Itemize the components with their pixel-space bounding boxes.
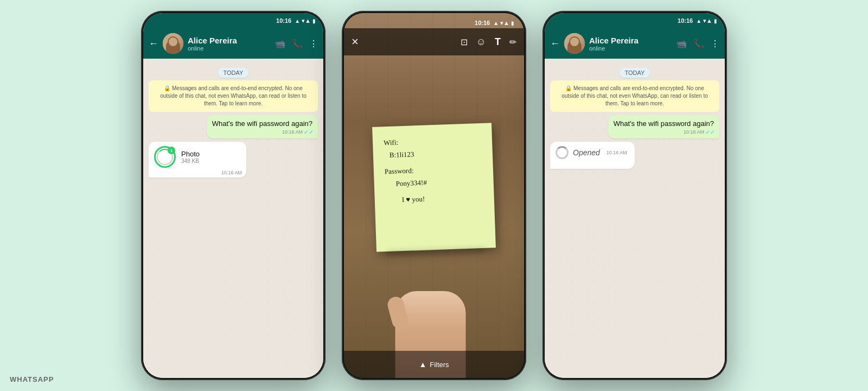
photo-message-1: 1 Photo 348 KB 10:16 AM: [149, 142, 318, 178]
signal-icon-3: ▲: [696, 18, 701, 24]
wifi-icon-2: ▾▲: [500, 20, 509, 27]
menu-icon-1[interactable]: ⋮: [309, 39, 318, 49]
contact-info-1: Alice Pereira online: [188, 36, 270, 52]
opened-message-3: Opened 10:16 AM: [550, 142, 719, 169]
video-call-icon-3[interactable]: 📹: [676, 39, 687, 49]
viewer-footer: ▲ Filters: [344, 351, 524, 378]
message-time-1: 10:16 AM ✓✓: [282, 128, 314, 136]
voice-call-icon-3[interactable]: 📞: [693, 39, 704, 49]
date-badge-3: TODAY: [550, 67, 719, 77]
date-badge-1: TODAY: [149, 67, 318, 77]
chat-body-3: TODAY 🔒 Messages and calls are end-to-en…: [545, 59, 725, 378]
close-icon[interactable]: ×: [352, 35, 359, 49]
message-bubble-1: What's the wifi password again? 10:16 AM…: [207, 115, 318, 138]
sticky-line-7: I ♥ you!: [385, 190, 486, 206]
signal-icon-1: ▲: [295, 18, 300, 24]
status-bar-3: 10:16 ▲ ▾▲ ▮: [545, 13, 725, 28]
chat-header-1: ← Alice Pereira online 📹 📞 ⋮: [143, 28, 323, 59]
read-receipt-1: ✓✓: [304, 128, 314, 136]
photo-size-1: 348 KB: [181, 158, 200, 164]
encryption-notice-1[interactable]: 🔒 Messages and calls are end-to-end encr…: [149, 80, 318, 112]
one-badge-1: 1: [168, 147, 175, 154]
status-time-1: 10:16: [276, 17, 291, 24]
opened-label-3: Opened: [573, 148, 600, 157]
contact-status-1: online: [188, 45, 270, 52]
opened-time-3: 10:16 AM: [607, 150, 627, 155]
photo-label-1: Photo: [181, 150, 200, 158]
back-button-3[interactable]: ←: [550, 38, 560, 49]
voice-call-icon-1[interactable]: 📞: [292, 39, 303, 49]
contact-name-3: Alice Pereira: [589, 36, 672, 45]
chat-body-1: TODAY 🔒 Messages and calls are end-to-en…: [143, 59, 323, 378]
chevron-up-icon[interactable]: ▲: [419, 360, 426, 369]
filters-label[interactable]: Filters: [430, 361, 449, 369]
read-receipt-3: ✓✓: [705, 128, 715, 136]
text-tool-icon[interactable]: T: [495, 36, 501, 48]
phone-1: 10:16 ▲ ▾▲ ▮ ← Alic: [141, 11, 326, 380]
emoji-picker-icon[interactable]: ☺: [476, 36, 486, 48]
video-call-icon-1[interactable]: 📹: [275, 39, 285, 49]
photo-time-1: 10:16 AM: [221, 170, 242, 175]
phone-2: 10:16 ▲ ▾▲ ▮ × ⊡ ☺ T: [342, 11, 526, 380]
header-actions-3: 📹 📞 ⋮: [676, 39, 719, 49]
menu-icon-3[interactable]: ⋮: [711, 39, 719, 49]
watermark-text: WHATSAPP: [10, 375, 54, 383]
status-time-2: 10:16: [475, 20, 490, 26]
contact-status-3: online: [589, 45, 672, 52]
photo-info-1: Photo 348 KB: [181, 150, 200, 164]
status-bar-2: 10:16 ▲ ▾▲ ▮: [346, 15, 522, 30]
outgoing-message-3: What's the wifi password again? 10:16 AM…: [550, 115, 719, 138]
message-time-3: 10:16 AM ✓✓: [684, 128, 715, 136]
encryption-notice-3[interactable]: 🔒 Messages and calls are end-to-end encr…: [550, 80, 719, 112]
wifi-icon-3: ▾▲: [703, 17, 712, 24]
crop-icon[interactable]: ⊡: [461, 37, 468, 47]
outgoing-message-1: What's the wifi password again? 10:16 AM…: [149, 115, 318, 138]
photo-bubble-1[interactable]: 1 Photo 348 KB 10:16 AM: [149, 142, 246, 178]
avatar-3: [564, 33, 585, 54]
battery-icon-3: ▮: [714, 18, 717, 24]
photo-icon-1: 1: [154, 146, 176, 168]
draw-tool-icon[interactable]: ✏: [509, 37, 516, 47]
photo-content: Wifi: B:1li123 Password: Pony334!# I ♥ y…: [344, 13, 524, 378]
sticky-note: Wifi: B:1li123 Password: Pony334!# I ♥ y…: [372, 123, 496, 252]
status-time-3: 10:16: [678, 17, 693, 24]
contact-name-1: Alice Pereira: [188, 36, 270, 45]
wifi-icon-1: ▾▲: [302, 17, 311, 24]
battery-icon-1: ▮: [312, 18, 316, 24]
viewer-header: × ⊡ ☺ T ✏: [344, 28, 524, 55]
battery-icon-2: ▮: [511, 20, 514, 26]
header-actions-1: 📹 📞 ⋮: [275, 39, 318, 49]
message-bubble-3: What's the wifi password again? 10:16 AM…: [608, 115, 719, 138]
signal-icon-2: ▲: [493, 20, 499, 26]
opened-bubble-3[interactable]: Opened 10:16 AM: [550, 142, 635, 169]
chat-header-3: ← Alice Pereira online 📹 📞 ⋮: [545, 28, 725, 59]
status-bar-1: 10:16 ▲ ▾▲ ▮: [143, 13, 323, 28]
back-button-1[interactable]: ←: [149, 38, 158, 49]
viewer-tools: ⊡ ☺ T ✏: [461, 36, 516, 48]
opened-spinner-3: [556, 146, 569, 159]
avatar-1: [163, 33, 183, 54]
contact-info-3: Alice Pereira online: [589, 36, 672, 52]
phone-3: 10:16 ▲ ▾▲ ▮ ← Alic: [542, 11, 727, 380]
